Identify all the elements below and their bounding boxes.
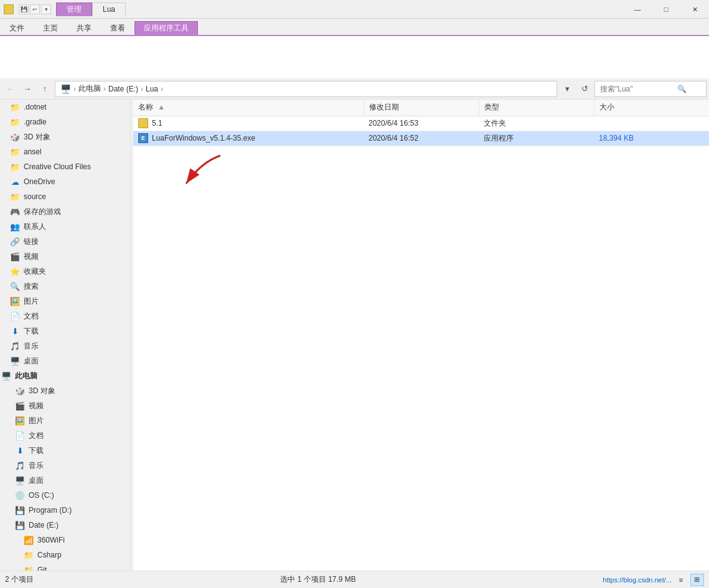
sidebar-item-videos-pc[interactable]: 🎬 视频 — [0, 398, 130, 413]
status-selected-info: 选中 1 个项目 17.9 MB — [280, 574, 355, 585]
column-header-modified[interactable]: 修改日期 — [364, 100, 479, 116]
quick-dropdown-btn[interactable]: ▾ — [41, 4, 51, 14]
status-bar: 2 个项目 选中 1 个项目 17.9 MB https://blog.csdn… — [0, 571, 709, 588]
folder-icon: 📁 — [10, 117, 20, 127]
search-icon: 🔍 — [10, 281, 20, 291]
desktop-icon: 🖥️ — [10, 356, 20, 366]
refresh-button[interactable]: ↺ — [577, 82, 592, 96]
sidebar-item-git[interactable]: 📁 Git — [0, 562, 130, 571]
website-link: https://blog.csdn.net/... — [603, 576, 672, 584]
sidebar-item-contacts[interactable]: 👥 联系人 — [0, 219, 130, 234]
sidebar-item-gradle[interactable]: 📁 .gradle — [0, 114, 130, 129]
sidebar-item-program-d[interactable]: 💾 Program (D:) — [0, 503, 130, 518]
sidebar-item-downloads[interactable]: ⬇ 下载 — [0, 324, 130, 338]
title-bar: 💾 ↩ ▾ 管理 Lua — □ ✕ — [0, 0, 709, 19]
sidebar-item-downloads-pc[interactable]: ⬇ 下载 — [0, 443, 130, 458]
column-header-name[interactable]: 名称 ▲ — [133, 100, 364, 116]
search-icon: 🔍 — [677, 85, 687, 93]
sidebar-label-onedrive: OneDrive — [24, 177, 55, 186]
file-name-cell: E LuaForWindows_v5.1.4-35.exe — [138, 133, 359, 143]
ribbon-content — [0, 35, 709, 78]
file-size — [594, 116, 709, 131]
table-row[interactable]: 5.1 2020/6/4 16:53 文件夹 — [133, 116, 709, 131]
sidebar-label-this-pc: 此电脑 — [15, 371, 37, 381]
sidebar-label-os-c: OS (C:) — [29, 491, 54, 500]
path-part-pc[interactable]: 此电脑 — [78, 83, 101, 94]
sidebar-item-ansel[interactable]: 📁 ansel — [0, 144, 130, 159]
minimize-button[interactable]: — — [623, 0, 652, 19]
sidebar-item-pictures-pc[interactable]: 🖼️ 图片 — [0, 413, 130, 428]
maximize-button[interactable]: □ — [652, 0, 680, 19]
close-button[interactable]: ✕ — [680, 0, 709, 19]
path-icon: 🖥️ — [60, 84, 71, 94]
sidebar-item-3d[interactable]: 🎲 3D 对象 — [0, 129, 130, 144]
view-grid-button[interactable]: ⊞ — [690, 574, 704, 586]
sidebar-label-desktop-pc: 桌面 — [29, 475, 44, 486]
sidebar-item-source[interactable]: 📁 source — [0, 189, 130, 204]
sidebar-item-music[interactable]: 🎵 音乐 — [0, 338, 130, 353]
sidebar-label-music-pc: 音乐 — [29, 460, 44, 471]
quick-save-btn[interactable]: 💾 — [19, 4, 29, 14]
sidebar-item-search[interactable]: 🔍 搜索 — [0, 279, 130, 294]
ribbon-tab-share[interactable]: 共享 — [67, 21, 101, 35]
ribbon-tab-home[interactable]: 主页 — [34, 21, 67, 35]
sidebar-label-saved-games: 保存的游戏 — [24, 207, 61, 217]
sidebar-header-this-pc[interactable]: 🖥️ 此电脑 — [0, 368, 130, 383]
sidebar-label-documents: 文档 — [24, 311, 39, 322]
sidebar-item-documents[interactable]: 📄 文档 — [0, 309, 130, 324]
sidebar-label-links: 链接 — [24, 236, 39, 247]
sidebar-item-desktop-pc[interactable]: 🖥️ 桌面 — [0, 473, 130, 488]
path-part-lua[interactable]: Lua — [146, 85, 158, 93]
forward-button[interactable]: → — [20, 82, 35, 96]
sidebar-item-date-e[interactable]: 💾 Date (E:) — [0, 518, 130, 533]
status-bar-right: https://blog.csdn.net/... ≡ ⊞ — [603, 574, 704, 586]
column-header-type[interactable]: 类型 — [479, 100, 594, 116]
downloads-icon: ⬇ — [15, 446, 25, 455]
saved-games-icon: 🎮 — [10, 207, 20, 217]
sidebar-label-360wifi: 360WiFi — [37, 536, 65, 544]
back-button[interactable]: ← — [2, 82, 17, 96]
path-part-drive[interactable]: Date (E:) — [108, 85, 138, 93]
window-icon — [4, 4, 14, 14]
sidebar-item-links[interactable]: 🔗 链接 — [0, 234, 130, 249]
sidebar-item-360wifi[interactable]: 📶 360WiFi — [0, 533, 130, 548]
up-button[interactable]: ↑ — [37, 82, 52, 96]
sidebar-item-3d-pc[interactable]: 🎲 3D 对象 — [0, 383, 130, 398]
quick-undo-btn[interactable]: ↩ — [30, 4, 40, 14]
search-box[interactable]: 🔍 — [594, 81, 707, 97]
exe-file-icon: E — [138, 133, 148, 143]
table-row[interactable]: E LuaForWindows_v5.1.4-35.exe 2020/6/4 1… — [133, 131, 709, 146]
sidebar-item-desktop[interactable]: 🖥️ 桌面 — [0, 353, 130, 368]
sidebar-item-documents-pc[interactable]: 📄 文档 — [0, 428, 130, 443]
address-bar: ← → ↑ 🖥️ › 此电脑 › Date (E:) › Lua › ▾ ↺ 🔍 — [0, 78, 709, 100]
dropdown-btn[interactable]: ▾ — [560, 82, 575, 96]
sidebar-item-pictures[interactable]: 🖼️ 图片 — [0, 294, 130, 309]
ribbon-tab-file[interactable]: 文件 — [0, 21, 34, 35]
sidebar-item-csharp[interactable]: 📁 Csharp — [0, 548, 130, 562]
sidebar-item-music-pc[interactable]: 🎵 音乐 — [0, 458, 130, 473]
address-path[interactable]: 🖥️ › 此电脑 › Date (E:) › Lua › — [55, 81, 557, 97]
title-tab-manage[interactable]: 管理 — [56, 2, 92, 16]
file-type: 应用程序 — [479, 131, 594, 146]
search-input[interactable] — [600, 85, 675, 93]
pictures-icon: 🖼️ — [15, 416, 25, 426]
sidebar-item-os-c[interactable]: 💿 OS (C:) — [0, 488, 130, 503]
sidebar-item-videos[interactable]: 🎬 视频 — [0, 249, 130, 264]
sidebar-item-saved-games[interactable]: 🎮 保存的游戏 — [0, 204, 130, 219]
ribbon-tab-app-tools[interactable]: 应用程序工具 — [134, 21, 198, 35]
ribbon-tab-view[interactable]: 查看 — [101, 21, 134, 35]
sidebar-item-onedrive[interactable]: ☁ OneDrive — [0, 174, 130, 189]
sidebar-label-dotnet: .dotnet — [24, 103, 47, 111]
folder-icon: 📁 — [24, 550, 34, 560]
file-area: 名称 ▲ 修改日期 类型 大小 5.1 2020/6/4 — [133, 100, 709, 571]
sidebar-label-videos-pc: 视频 — [29, 401, 44, 411]
favorites-icon: ⭐ — [10, 266, 20, 276]
sidebar-item-dotnet[interactable]: 📁 .dotnet — [0, 100, 130, 114]
title-tab-lua[interactable]: Lua — [92, 2, 126, 16]
view-detail-button[interactable]: ≡ — [674, 574, 688, 586]
sidebar-item-favorites[interactable]: ⭐ 收藏夹 — [0, 264, 130, 279]
title-bar-left: 💾 ↩ ▾ 管理 Lua — [0, 2, 126, 16]
sidebar-item-creative-cloud[interactable]: 📁 Creative Cloud Files — [0, 159, 130, 174]
sidebar-label-downloads: 下载 — [24, 326, 39, 337]
column-header-size[interactable]: 大小 — [594, 100, 709, 116]
